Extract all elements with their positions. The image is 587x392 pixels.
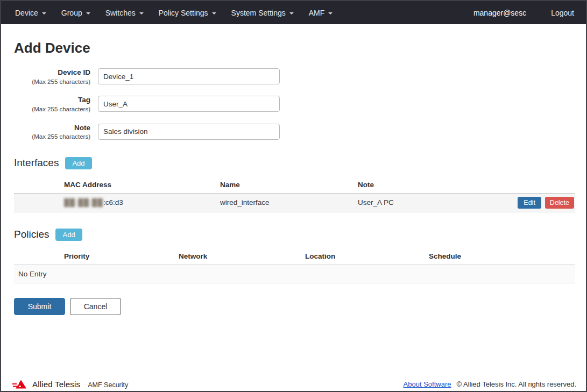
allied-telesis-logo-icon [12, 380, 28, 389]
form-row-note: Note (Max 255 characters) [14, 124, 573, 141]
tag-input[interactable] [98, 96, 280, 112]
interface-note-cell: User_A PC [358, 198, 511, 206]
nav-item-group[interactable]: Group [55, 5, 97, 20]
main-content: Add Device Device ID (Max 255 characters… [1, 40, 586, 315]
footer-brand-group: Allied Telesis AMF Security [12, 380, 128, 389]
footer-product-name: AMF Security [88, 381, 128, 389]
form-row-device-id: Device ID (Max 255 characters) [14, 68, 573, 85]
form-row-tag: Tag (Max 255 characters) [14, 96, 573, 113]
mac-redacted-part: ██:██:██ [64, 198, 103, 206]
cancel-button[interactable]: Cancel [70, 298, 121, 315]
tag-label: Tag [14, 96, 90, 105]
nav-item-policy-settings[interactable]: Policy Settings [152, 5, 223, 20]
add-device-form: Device ID (Max 255 characters) Tag (Max … [14, 68, 573, 141]
nav-item-switches[interactable]: Switches [99, 5, 150, 20]
interface-delete-button[interactable]: Delete [545, 197, 574, 209]
nav-item-label: Group [61, 9, 82, 17]
device-id-label: Device ID [14, 68, 90, 77]
header-note: Note [358, 181, 511, 189]
policies-table: Priority Network Location Schedule No En… [14, 248, 575, 283]
header-schedule: Schedule [429, 252, 575, 260]
form-actions: Submit Cancel [14, 298, 573, 315]
chevron-down-icon [139, 12, 144, 15]
header-mac-address: MAC Address [64, 181, 220, 189]
device-id-label-group: Device ID (Max 255 characters) [14, 68, 98, 85]
app-window: Device Group Switches Policy Settings Sy… [0, 0, 587, 392]
interface-name-cell: wired_interface [220, 198, 358, 206]
interface-actions-cell: Edit Delete [511, 197, 575, 209]
interface-row: ██:██:██:c6:d3 wired_interface User_A PC… [14, 194, 575, 212]
policies-section-header: Policies Add [14, 229, 573, 241]
logout-button[interactable]: Logout [551, 9, 574, 17]
policies-empty-row: No Entry [14, 265, 575, 283]
header-priority: Priority [64, 252, 179, 260]
top-navbar: Device Group Switches Policy Settings Sy… [1, 1, 586, 24]
chevron-down-icon [86, 12, 90, 15]
nav-item-label: Policy Settings [159, 9, 208, 17]
navbar-menu: Device Group Switches Policy Settings Sy… [9, 5, 473, 20]
device-id-input[interactable] [98, 68, 280, 84]
header-network: Network [179, 252, 305, 260]
chevron-down-icon [212, 12, 216, 15]
chevron-down-icon [328, 12, 333, 15]
interfaces-add-button[interactable]: Add [65, 157, 91, 169]
submit-button[interactable]: Submit [14, 298, 65, 315]
header-name: Name [220, 181, 358, 189]
policies-add-button[interactable]: Add [55, 229, 82, 241]
device-id-hint: (Max 255 characters) [14, 78, 90, 85]
nav-item-system-settings[interactable]: System Settings [225, 5, 300, 20]
mac-visible-part: :c6:d3 [103, 198, 123, 206]
header-location: Location [305, 252, 429, 260]
interfaces-table: MAC Address Name Note ██:██:██:c6:d3 wir… [14, 177, 575, 212]
interfaces-table-header: MAC Address Name Note [14, 177, 575, 194]
nav-item-label: Switches [105, 9, 136, 17]
note-label: Note [14, 124, 90, 133]
policies-table-header: Priority Network Location Schedule [14, 248, 575, 265]
note-input[interactable] [98, 124, 280, 140]
interfaces-section-header: Interfaces Add [14, 157, 573, 169]
navbar-right: manager@sesc Logout [473, 9, 578, 17]
page-title: Add Device [14, 40, 573, 56]
nav-item-label: AMF [309, 9, 325, 17]
tag-label-group: Tag (Max 255 characters) [14, 96, 98, 113]
footer-copyright: © Allied Telesis Inc. All rights reserve… [457, 380, 577, 388]
nav-item-label: System Settings [231, 9, 286, 17]
page-footer: Allied Telesis AMF Security About Softwa… [1, 380, 586, 389]
chevron-down-icon [289, 12, 294, 15]
navbar-user: manager@sesc [473, 9, 526, 17]
policies-title: Policies [14, 229, 49, 240]
interfaces-title: Interfaces [14, 157, 59, 169]
tag-hint: (Max 255 characters) [14, 105, 90, 113]
interface-mac-cell: ██:██:██:c6:d3 [64, 198, 220, 206]
about-software-link[interactable]: About Software [404, 380, 451, 388]
note-hint: (Max 255 characters) [14, 133, 90, 140]
interface-edit-button[interactable]: Edit [518, 197, 541, 209]
nav-item-label: Device [15, 9, 38, 17]
chevron-down-icon [42, 12, 46, 15]
nav-item-amf[interactable]: AMF [302, 5, 340, 20]
nav-item-device[interactable]: Device [9, 5, 53, 20]
footer-right-group: About Software © Allied Telesis Inc. All… [404, 380, 576, 388]
note-label-group: Note (Max 255 characters) [14, 124, 98, 141]
footer-brand-name: Allied Telesis [32, 380, 80, 389]
